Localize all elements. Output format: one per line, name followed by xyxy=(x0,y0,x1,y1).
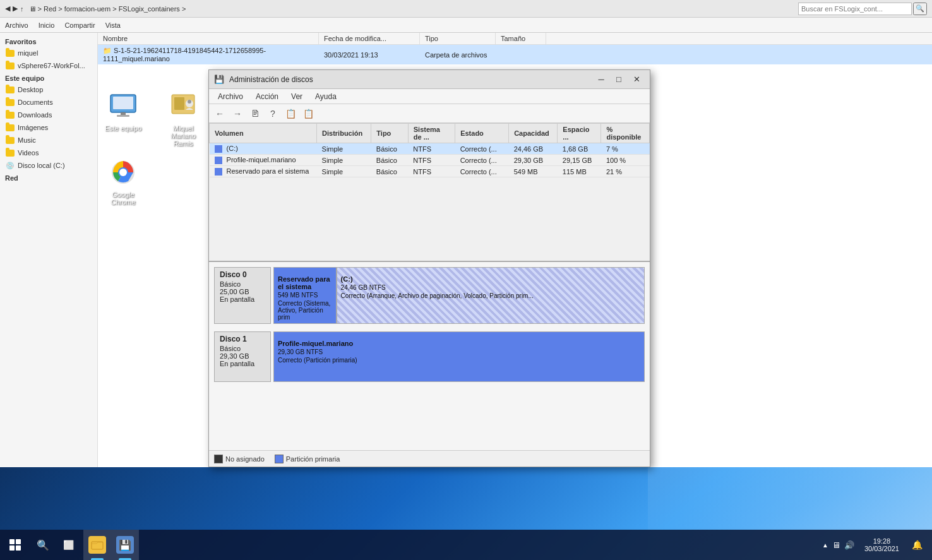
fe-title-up-icon[interactable]: ↑ xyxy=(20,5,24,13)
imagenes-folder-icon xyxy=(5,122,15,133)
disk-mgmt-app-icon: 💾 xyxy=(116,536,134,554)
dm-toolbar-btn6[interactable]: 📋 xyxy=(300,106,316,121)
disk1-type: Básico xyxy=(220,345,265,352)
desktop-icon-chrome[interactable]: Google Chrome xyxy=(98,155,148,209)
vol-estado-0: Correcto (... xyxy=(455,143,509,155)
sidebar-item-imagenes[interactable]: Imágenes xyxy=(0,121,97,134)
th-espacio[interactable]: Espacio ... xyxy=(558,124,601,143)
dm-menu-accion[interactable]: Acción xyxy=(249,91,285,102)
taskbar-taskview-button[interactable]: ⬜ xyxy=(56,530,81,560)
vol-sis-0: NTFS xyxy=(408,143,455,155)
vol-color-2 xyxy=(215,168,222,176)
disk0-partition-system[interactable]: Reservado para el sistema 549 MB NTFS Co… xyxy=(274,268,337,323)
vol-dist-0: Simple xyxy=(317,143,371,155)
sidebar-item-downloads[interactable]: Downloads xyxy=(0,109,97,121)
th-disponible[interactable]: % disponible xyxy=(601,124,650,143)
table-row[interactable]: (C:) Simple Básico NTFS Correcto (... 24… xyxy=(210,143,650,155)
dm-toolbar-btn3[interactable]: 🖹 xyxy=(247,106,263,121)
taskbar-search-button[interactable]: 🔍 xyxy=(30,530,56,560)
th-sistema[interactable]: Sistema de ... xyxy=(408,124,455,143)
sidebar-item-music[interactable]: Music xyxy=(0,134,97,146)
sidebar-imagenes-label: Imágenes xyxy=(18,124,48,131)
th-tipo[interactable]: Tipo xyxy=(371,124,408,143)
fe-menu-compartir[interactable]: Compartir xyxy=(64,21,95,29)
vol-color-0 xyxy=(215,145,222,153)
tray-network-icon[interactable]: 🖥 xyxy=(832,540,840,550)
th-estado[interactable]: Estado xyxy=(455,124,509,143)
fe-menu-archivo[interactable]: Archivo xyxy=(5,21,28,29)
disk0-part1-size: 24,46 GB NTFS xyxy=(341,284,640,291)
table-row[interactable]: Reservado para el sistema Simple Básico … xyxy=(210,166,650,177)
desktop-icon-este-equipo[interactable]: Este equipo xyxy=(98,88,148,135)
taskbar-notification-button[interactable]: 🔔 xyxy=(907,530,927,560)
legend-primary-label: Partición primaria xyxy=(286,455,340,463)
tray-volume-icon[interactable]: 🔊 xyxy=(844,540,854,550)
sidebar-disco-label: Disco local (C:) xyxy=(18,162,65,169)
dm-menu-ayuda[interactable]: Ayuda xyxy=(309,91,343,102)
col-tipo[interactable]: Tipo xyxy=(420,33,496,44)
desktop-folder-icon xyxy=(5,85,15,95)
fe-search-input[interactable] xyxy=(798,3,912,15)
col-fecha[interactable]: Fecha de modifica... xyxy=(319,33,420,44)
sidebar-computer-label: Este equipo xyxy=(0,72,97,83)
dm-toolbar-btn4[interactable]: ? xyxy=(265,106,281,121)
vol-sis-2: NTFS xyxy=(408,166,455,177)
sidebar-item-documents[interactable]: Documents xyxy=(0,96,97,109)
dm-menu-ver[interactable]: Ver xyxy=(285,91,309,102)
vol-sis-1: NTFS xyxy=(408,155,455,166)
sidebar-item-desktop[interactable]: Desktop xyxy=(0,83,97,96)
taskbar-date: 30/03/2021 xyxy=(864,545,899,552)
col-nombre[interactable]: Nombre xyxy=(98,33,319,44)
dm-menu-archivo[interactable]: Archivo xyxy=(212,91,249,102)
vol-cap-2: 549 MB xyxy=(509,166,558,177)
table-row[interactable]: Profile-miquel.mariano Simple Básico NTF… xyxy=(210,155,650,166)
file-explorer-app-icon xyxy=(88,536,106,554)
fe-column-headers: Nombre Fecha de modifica... Tipo Tamaño xyxy=(98,33,932,45)
fe-title-forward-icon[interactable]: ▶ xyxy=(13,4,18,13)
dm-minimize-button[interactable]: ─ xyxy=(593,73,609,86)
dm-legend: No asignado Partición primaria xyxy=(209,450,650,467)
disk0-part1-name: (C:) xyxy=(341,275,640,283)
taskbar-app-file-explorer[interactable] xyxy=(83,530,111,560)
svg-point-7 xyxy=(188,100,191,104)
disk-row-1: Disco 1 Básico 29,30 GB En pantalla Prof… xyxy=(214,331,645,382)
th-capacidad[interactable]: Capacidad xyxy=(509,124,558,143)
sidebar-item-miquel[interactable]: miquel xyxy=(0,47,97,59)
vol-dist-1: Simple xyxy=(317,155,371,166)
dm-forward-button[interactable]: → xyxy=(229,106,246,121)
desktop-icon-user[interactable]: Miquel MarianoRamis xyxy=(158,88,208,150)
sidebar-item-vsphere[interactable]: vSphere67-WorkFol... xyxy=(0,59,97,72)
fe-menu-vista[interactable]: Vista xyxy=(105,21,121,29)
file-date: 30/03/2021 19:13 xyxy=(319,51,420,59)
vol-disp-1: 100 % xyxy=(601,155,650,166)
vol-name-0: (C:) xyxy=(210,143,317,155)
dm-toolbar-btn5[interactable]: 📋 xyxy=(282,106,299,121)
th-distribucion[interactable]: Distribución xyxy=(317,124,371,143)
col-tamano[interactable]: Tamaño xyxy=(496,33,546,44)
dm-back-button[interactable]: ← xyxy=(212,106,228,121)
fe-search-button[interactable]: 🔍 xyxy=(913,3,927,15)
disk0-partition-c[interactable]: (C:) 24,46 GB NTFS Correcto (Arranque, A… xyxy=(337,268,644,323)
file-row[interactable]: 📁 S-1-5-21-1962411718-4191845442-1712658… xyxy=(98,45,932,64)
fe-breadcrumb: 🖥 > Red > formacion-uem > FSLogix_contai… xyxy=(29,5,799,13)
disk0-label: Disco 0 Básico 25,00 GB En pantalla xyxy=(214,267,271,324)
taskbar-app-disk-mgmt[interactable]: 💾 xyxy=(111,530,139,560)
sidebar-item-disco-local[interactable]: 💿 Disco local (C:) xyxy=(0,159,97,172)
dm-title-icon: 💾 xyxy=(214,74,224,85)
disk1-size: 29,30 GB xyxy=(220,352,265,360)
taskbar-clock[interactable]: 19:28 30/03/2021 xyxy=(859,537,904,552)
fe-title-back-icon[interactable]: ◀ xyxy=(5,4,10,13)
taskbar-pinned-apps: 💾 xyxy=(83,530,139,560)
fe-menu-inicio[interactable]: Inicio xyxy=(39,21,55,29)
vol-dist-2: Simple xyxy=(317,166,371,177)
vol-disp-2: 21 % xyxy=(601,166,650,177)
dm-close-button[interactable]: ✕ xyxy=(628,73,645,86)
tray-chevron-icon[interactable]: ▲ xyxy=(822,542,828,549)
disk1-partition-profile[interactable]: Profile-miquel.mariano 29,30 GB NTFS Cor… xyxy=(274,332,644,381)
th-volumen[interactable]: Volumen xyxy=(210,124,317,143)
disk0-display: En pantalla xyxy=(220,295,265,303)
dm-maximize-button[interactable]: □ xyxy=(611,73,627,86)
sidebar-item-videos[interactable]: Videos xyxy=(0,146,97,159)
start-button[interactable] xyxy=(0,530,30,560)
vol-tipo-0: Básico xyxy=(371,143,408,155)
